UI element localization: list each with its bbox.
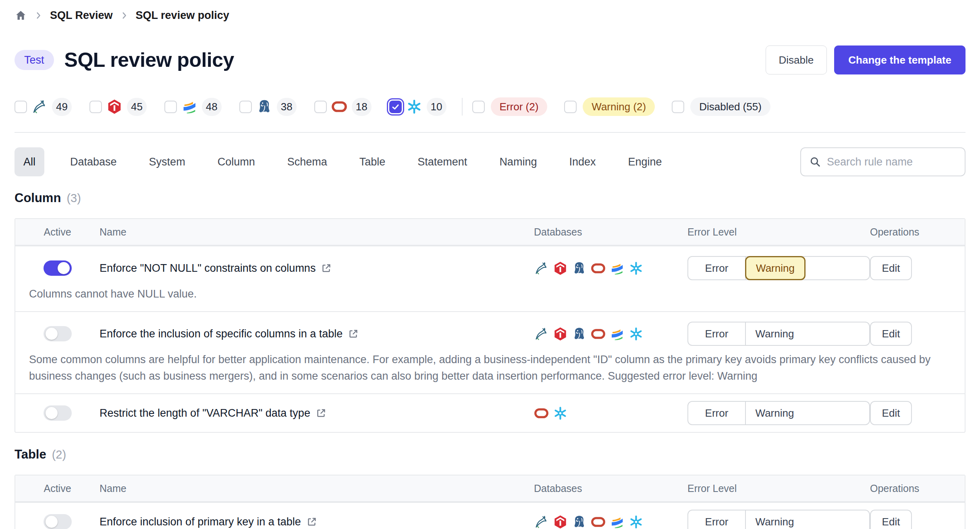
error-level-segment: Error Warning [687, 322, 870, 346]
tab-index[interactable]: Index [563, 147, 602, 176]
disable-button[interactable]: Disable [766, 45, 827, 74]
external-link-icon [306, 516, 318, 528]
level-filter-warning: Warning (2) [564, 97, 655, 116]
mysql-checkbox[interactable] [15, 101, 27, 113]
disabled-filter-pill[interactable]: Disabled (55) [690, 97, 770, 116]
oracle-count-badge: 18 [352, 98, 372, 116]
engine-filter-postgresql: 38 [239, 98, 297, 116]
search-input[interactable] [827, 156, 957, 168]
oracle-checkbox[interactable] [314, 101, 327, 113]
edit-button[interactable]: Edit [870, 256, 912, 280]
header-name: Name [100, 483, 534, 494]
breadcrumb-sql-review-policy[interactable]: SQL review policy [136, 9, 229, 22]
edit-button[interactable]: Edit [870, 322, 912, 346]
warning-level-button[interactable]: Warning [745, 256, 806, 280]
external-link-icon [315, 407, 327, 419]
header-error-level: Error Level [687, 483, 870, 494]
tab-system[interactable]: System [143, 147, 192, 176]
table-row: Restrict the length of "VARCHAR" data ty… [15, 393, 965, 432]
table-row: Enforce "NOT NULL" constraints on column… [15, 246, 965, 311]
engine-filter-oracle: 18 [314, 98, 372, 116]
category-tabs: All Database System Column Schema Table … [15, 147, 965, 176]
error-level-segment: Error Warning [687, 401, 870, 425]
error-level-segment: Error Warning [687, 256, 870, 280]
filter-row: 49 45 48 38 18 10 Er [15, 97, 965, 116]
snowflake-icon [629, 326, 644, 341]
oceanbase-icon [610, 515, 625, 529]
header-databases: Databases [534, 483, 687, 494]
tab-table[interactable]: Table [353, 147, 392, 176]
rule-name-link[interactable]: Restrict the length of "VARCHAR" data ty… [100, 407, 534, 419]
rule-name-link[interactable]: Enforce inclusion of primary key in a ta… [100, 516, 534, 528]
tidb-checkbox[interactable] [89, 101, 102, 113]
page-header: Test SQL review policy Disable Change th… [15, 45, 965, 75]
tab-naming[interactable]: Naming [493, 147, 543, 176]
sql-review-policy-page: SQL Review SQL review policy Test SQL re… [0, 6, 980, 529]
oceanbase-checkbox[interactable] [164, 101, 177, 113]
rule-databases [534, 261, 687, 276]
mysql-icon [534, 261, 549, 276]
tab-column[interactable]: Column [211, 147, 262, 176]
rule-databases [534, 515, 687, 529]
warning-level-button[interactable]: Warning [746, 510, 804, 529]
error-checkbox[interactable] [472, 101, 485, 113]
tab-database[interactable]: Database [64, 147, 123, 176]
mysql-icon [534, 326, 549, 341]
oceanbase-icon [610, 326, 625, 341]
rule-databases [534, 406, 687, 421]
rule-name-link[interactable]: Enforce "NOT NULL" constraints on column… [100, 262, 534, 275]
active-toggle[interactable] [44, 514, 72, 529]
edit-button[interactable]: Edit [870, 401, 912, 425]
section-count: (2) [52, 448, 66, 461]
oracle-icon [331, 99, 347, 115]
home-icon[interactable] [15, 9, 27, 22]
external-link-icon [320, 262, 332, 274]
snowflake-count-badge: 10 [427, 98, 446, 116]
engine-filter-oceanbase: 48 [164, 98, 222, 116]
warning-level-button[interactable]: Warning [746, 322, 804, 345]
table-header-row: Active Name Databases Error Level Operat… [15, 219, 965, 246]
error-level-button[interactable]: Error [688, 257, 746, 279]
rule-name-link[interactable]: Enforce the inclusion of specific column… [100, 328, 534, 340]
error-level-button[interactable]: Error [688, 322, 746, 345]
page-title: SQL review policy [64, 48, 234, 72]
snowflake-icon [629, 261, 644, 276]
active-toggle[interactable] [44, 405, 72, 421]
chevron-right-icon [119, 10, 129, 21]
header-active: Active [44, 483, 71, 494]
error-level-button[interactable]: Error [688, 402, 746, 424]
tab-engine[interactable]: Engine [621, 147, 668, 176]
error-filter-pill[interactable]: Error (2) [491, 97, 548, 116]
section-title: Table [15, 447, 46, 462]
warning-filter-pill[interactable]: Warning (2) [583, 97, 655, 116]
error-level-button[interactable]: Error [688, 510, 746, 529]
change-template-button[interactable]: Change the template [834, 45, 965, 74]
active-toggle[interactable] [44, 326, 72, 341]
postgresql-checkbox[interactable] [239, 101, 252, 113]
mysql-icon [31, 99, 48, 115]
snowflake-checkbox[interactable] [389, 101, 402, 113]
mysql-count-badge: 49 [52, 98, 72, 116]
section-heading-column: Column (3) [15, 191, 965, 208]
tab-all[interactable]: All [15, 147, 44, 176]
level-filter-disabled: Disabled (55) [672, 97, 770, 116]
disabled-checkbox[interactable] [672, 101, 684, 113]
postgresql-icon [256, 99, 272, 115]
breadcrumb: SQL Review SQL review policy [15, 6, 965, 25]
warning-checkbox[interactable] [564, 101, 577, 113]
external-link-icon [347, 328, 359, 340]
oceanbase-icon [181, 99, 197, 115]
warning-level-button[interactable]: Warning [746, 402, 804, 424]
tab-statement[interactable]: Statement [411, 147, 473, 176]
breadcrumb-sql-review[interactable]: SQL Review [50, 9, 113, 22]
header-databases: Databases [534, 226, 687, 238]
tab-schema[interactable]: Schema [281, 147, 334, 176]
tidb-icon [553, 515, 568, 529]
tidb-icon [553, 261, 568, 276]
header-actions: Disable Change the template [766, 45, 965, 74]
error-level-segment: Error Warning [687, 510, 870, 529]
table-row: Enforce inclusion of primary key in a ta… [15, 502, 965, 529]
snowflake-icon [406, 99, 422, 115]
active-toggle[interactable] [44, 260, 72, 276]
edit-button[interactable]: Edit [870, 510, 912, 529]
